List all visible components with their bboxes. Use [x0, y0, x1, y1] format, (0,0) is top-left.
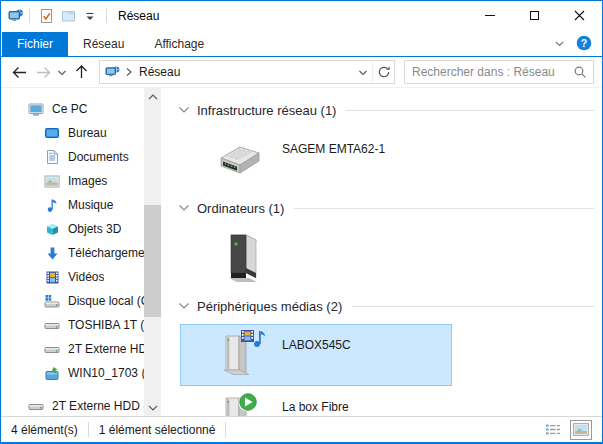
sidebar-item-label: Vidéos — [68, 270, 104, 284]
download-arrow-icon — [44, 246, 60, 261]
help-icon[interactable]: ? — [576, 35, 592, 51]
tile-label: La box Fibre — [282, 400, 349, 416]
sidebar-item-label: Musique — [68, 198, 113, 212]
group-title: Périphériques médias (2) — [197, 299, 342, 314]
sidebar-item[interactable]: Vidéos — [1, 265, 161, 289]
group-header[interactable]: Ordinateurs (1) — [178, 198, 594, 218]
group-items: SAGEM EMTA62-1 — [178, 126, 594, 198]
close-button[interactable] — [557, 1, 602, 30]
expand-ribbon-chevron-down-icon[interactable] — [553, 37, 566, 50]
sidebar-item[interactable]: 2T Externe HDD — [1, 337, 161, 361]
tile-label: SAGEM EMTA62-1 — [282, 142, 385, 189]
details-view-button[interactable] — [542, 420, 564, 440]
tab-affichage[interactable]: Affichage — [139, 32, 219, 56]
search-input[interactable] — [405, 61, 573, 83]
sidebar-item-label: Objets 3D — [68, 222, 121, 236]
sidebar-item-label: Images — [68, 174, 107, 188]
file-tile[interactable]: SAGEM EMTA62-1 — [180, 128, 452, 190]
window-controls — [467, 1, 602, 30]
tab-reseau[interactable]: Réseau — [68, 32, 139, 56]
drive-icon — [44, 318, 60, 332]
breadcrumb-path[interactable]: Réseau — [139, 65, 180, 79]
sidebar-item[interactable]: Musique — [1, 193, 161, 217]
sidebar-tree: Ce PCBureauDocumentsImagesMusiqueObjets … — [1, 97, 161, 416]
small-chevron-down-icon — [358, 68, 368, 77]
properties-icon — [39, 8, 54, 24]
sidebar-item[interactable]: Téléchargements — [1, 241, 161, 265]
group-header[interactable]: Infrastructure réseau (1) — [178, 100, 594, 120]
document-icon — [44, 149, 60, 165]
close-icon — [574, 10, 585, 21]
group-rule — [294, 208, 594, 209]
maximize-button[interactable] — [512, 1, 557, 30]
tile-icon-box — [207, 387, 273, 416]
refresh-icon — [377, 65, 391, 79]
navigation-toolbar: Réseau — [1, 57, 602, 88]
icons-view-button[interactable] — [570, 420, 592, 440]
group-chevron-icon — [178, 203, 190, 213]
address-bar[interactable]: Réseau — [99, 60, 395, 84]
sidebar-item[interactable]: Documents — [1, 145, 161, 169]
search-icon[interactable] — [573, 65, 587, 79]
properties-button[interactable] — [35, 5, 57, 27]
items-count: 4 élément(s) — [11, 423, 78, 437]
tile-icon-box — [207, 227, 273, 287]
drive-icon — [28, 399, 44, 413]
maximize-icon — [530, 11, 539, 20]
file-tile[interactable]: LABOX545C — [180, 324, 452, 386]
up-button[interactable] — [69, 60, 93, 84]
scrollbar-thumb[interactable] — [144, 205, 161, 317]
recent-locations-button[interactable] — [55, 60, 69, 84]
sidebar-item-label: Documents — [68, 150, 129, 164]
sidebar-item[interactable]: Disque local (C:) — [1, 289, 161, 313]
forward-button[interactable] — [31, 60, 55, 84]
group-header[interactable]: Périphériques médias (2) — [178, 296, 594, 316]
address-dropdown-button[interactable] — [354, 61, 372, 83]
forward-arrow-icon — [35, 65, 52, 80]
statusbar-separator — [88, 422, 89, 437]
back-button[interactable] — [7, 60, 31, 84]
cube-icon — [44, 222, 60, 237]
sidebar-item[interactable]: Ce PC — [1, 97, 161, 121]
scrollbar-track[interactable] — [144, 105, 161, 399]
pictures-icon — [44, 175, 60, 188]
sidebar-scrollbar[interactable] — [144, 88, 161, 416]
search-box — [404, 60, 594, 84]
customize-quick-access-button[interactable] — [79, 5, 101, 27]
sidebar-item[interactable]: 2T Externe HDD (E — [1, 394, 161, 416]
scroll-down-icon[interactable] — [144, 399, 161, 416]
group-title: Ordinateurs (1) — [197, 201, 284, 216]
scroll-up-icon[interactable] — [144, 88, 161, 105]
media-player-icon — [214, 390, 266, 416]
main-area: Ce PCBureauDocumentsImagesMusiqueObjets … — [1, 88, 602, 416]
sidebar-item[interactable]: Images — [1, 169, 161, 193]
minimize-button[interactable] — [467, 1, 512, 30]
sidebar-item[interactable]: Bureau — [1, 121, 161, 145]
sidebar-item[interactable]: Objets 3D — [1, 217, 161, 241]
drive-icon — [44, 342, 60, 356]
details-view-icon — [545, 423, 561, 436]
file-tile[interactable] — [180, 226, 452, 288]
media-server-icon — [214, 328, 266, 382]
sidebar-item[interactable]: TOSHIBA 1T (D:) — [1, 313, 161, 337]
refresh-button[interactable] — [372, 61, 394, 83]
desktop-icon — [44, 126, 60, 140]
window-title: Réseau — [118, 9, 159, 23]
network-icon — [105, 65, 121, 79]
new-folder-button[interactable] — [57, 5, 79, 27]
ribbon-tabbar: Fichier Réseau Affichage ? — [1, 30, 602, 57]
group-rule — [352, 306, 594, 307]
music-icon — [44, 197, 60, 213]
tab-fichier[interactable]: Fichier — [2, 32, 68, 56]
tile-label: LABOX545C — [282, 338, 351, 385]
navigation-pane: Ce PCBureauDocumentsImagesMusiqueObjets … — [1, 88, 161, 416]
breadcrumb-chevron-icon[interactable] — [125, 67, 133, 77]
sidebar-item[interactable]: WIN10_1703 (F:) — [1, 361, 161, 385]
sidebar-item-label: Ce PC — [52, 102, 87, 116]
titlebar-separator — [106, 8, 107, 23]
statusbar: 4 élément(s) 1 élément sélectionné — [1, 416, 602, 442]
file-list: Infrastructure réseau (1)SAGEM EMTA62-1O… — [161, 88, 602, 416]
statusbar-separator — [225, 422, 226, 437]
group-title: Infrastructure réseau (1) — [197, 103, 336, 118]
file-tile[interactable]: La box Fibre — [180, 386, 452, 416]
